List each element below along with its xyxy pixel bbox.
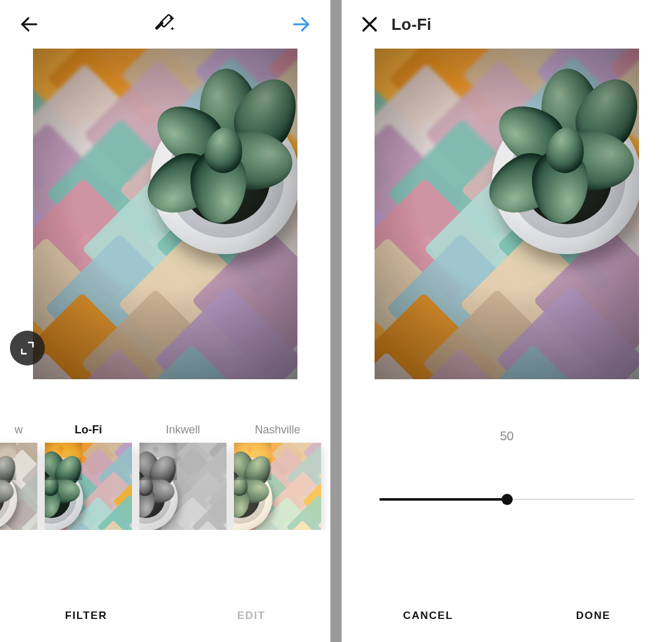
- filter-option-lofi[interactable]: Lo-Fi: [45, 420, 132, 530]
- filter-option-inkwell[interactable]: Inkwell: [139, 420, 226, 530]
- pane-divider: [330, 0, 342, 642]
- magic-wand-icon: [153, 12, 178, 37]
- filter-option-label: w: [15, 420, 23, 439]
- tab-edit[interactable]: EDIT: [237, 610, 265, 622]
- filter-select-screen: wLo-FiInkwellNashville FILTER EDIT: [0, 0, 330, 642]
- filter-option-label: Nashville: [254, 420, 300, 439]
- filter-name-title: Lo-Fi: [391, 15, 432, 34]
- close-icon: [360, 15, 379, 34]
- expand-button[interactable]: [10, 331, 45, 366]
- svg-rect-1: [160, 14, 173, 27]
- filter-strip[interactable]: wLo-FiInkwellNashville: [0, 420, 330, 530]
- photo-preview-area: [0, 49, 330, 379]
- done-button[interactable]: DONE: [576, 610, 611, 622]
- slider-value-label: 50: [500, 429, 513, 443]
- photo-preview-area: [342, 49, 672, 379]
- filter-thumb: [234, 443, 321, 530]
- expand-icon: [20, 341, 35, 356]
- cancel-button[interactable]: CANCEL: [403, 610, 453, 622]
- photo-preview[interactable]: [33, 49, 297, 379]
- filter-thumb: [139, 443, 226, 530]
- filter-option-label: Lo-Fi: [75, 420, 102, 439]
- next-button[interactable]: [287, 10, 315, 39]
- slider-knob[interactable]: [502, 494, 513, 505]
- editor-header: [0, 0, 330, 49]
- back-arrow-icon: [19, 14, 40, 35]
- close-button[interactable]: [357, 11, 383, 37]
- next-arrow-icon: [291, 14, 312, 35]
- tab-filter[interactable]: FILTER: [65, 610, 108, 622]
- filter-option-nashville[interactable]: Nashville: [234, 420, 321, 530]
- filter-thumb: [45, 443, 132, 530]
- strength-slider[interactable]: [380, 492, 635, 507]
- filter-option-label: Inkwell: [166, 420, 200, 439]
- strength-buttons: CANCEL DONE: [342, 588, 672, 642]
- bottom-tabs: FILTER EDIT: [0, 588, 330, 642]
- svg-line-2: [157, 23, 162, 28]
- filter-option-willow[interactable]: w: [0, 420, 37, 530]
- slider-track-fill: [380, 498, 507, 501]
- auto-enhance-button[interactable]: [149, 8, 182, 40]
- filter-strength-screen: Lo-Fi 50 CANCEL DONE: [342, 0, 672, 642]
- strength-header: Lo-Fi: [342, 0, 672, 49]
- filter-strip-area: wLo-FiInkwellNashville: [0, 379, 330, 588]
- back-button[interactable]: [15, 10, 44, 39]
- slider-area: 50: [342, 379, 672, 588]
- photo-preview[interactable]: [375, 49, 639, 379]
- filter-thumb: [0, 443, 37, 530]
